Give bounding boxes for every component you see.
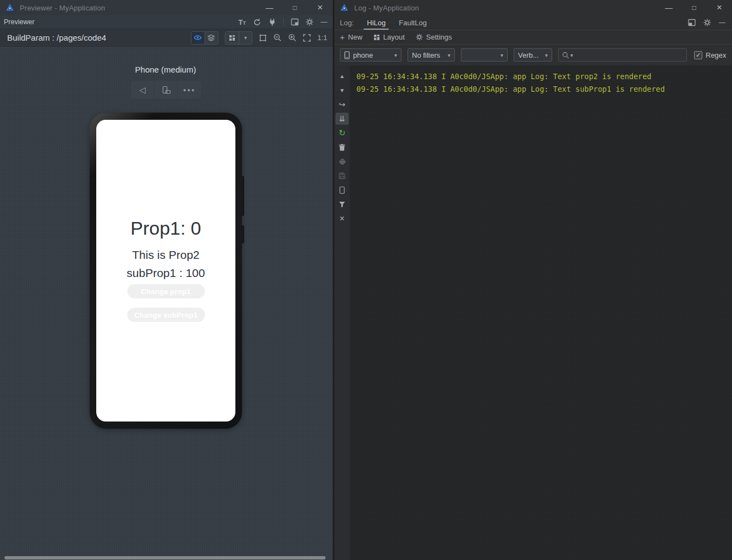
panel-layout-icon[interactable] [688,19,696,26]
search-input[interactable] [575,51,683,59]
buildparam-row: BuildParam : /pages/code4 [0,29,333,47]
more-options-button[interactable]: ●●● [177,81,201,99]
log-level-select[interactable]: Verb... ▾ [514,48,552,62]
ratio-1-1-button[interactable]: 1:1 [317,34,327,42]
regex-option[interactable]: ✓ Regex [694,51,727,59]
text-size-icon[interactable]: TT [239,19,246,26]
settings-gear-icon[interactable] [703,19,711,26]
preview-canvas: Phone (medium) ◁ ●●● Prop1: 0 This is Pr… [0,47,333,560]
save-log-icon[interactable] [335,169,349,183]
device-select[interactable]: phone ▾ [340,48,401,62]
regex-label: Regex [706,51,727,59]
search-icon [562,52,569,59]
refresh-icon[interactable] [253,18,261,26]
more-options-icon: ●●● [183,87,195,93]
grid-view-group: ▾ [225,31,252,45]
log-titlebar: Log - MyApplication — □ × [334,0,732,15]
new-session-button[interactable]: + New [340,33,362,41]
close-button[interactable]: × [707,0,732,15]
change-subprop1-button[interactable]: Change subProp1 [127,308,205,322]
window-title: Log - MyApplication [354,4,419,12]
close-button[interactable]: × [307,0,333,15]
caret-down-icon: ▾ [500,52,503,58]
phone-mockup: Prop1: 0 This is Prop2 subProp1 : 100 Ch… [90,113,242,429]
minimize-button[interactable]: — [656,0,681,15]
layout-button[interactable]: Layout [373,33,405,41]
device-screen-icon[interactable] [335,183,349,197]
rotate-device-button[interactable] [154,81,178,99]
minimize-button[interactable]: — [257,0,282,15]
caret-down-icon: ▾ [244,35,247,41]
window-controls: — □ × [656,0,732,15]
maximize-button[interactable]: □ [681,0,707,15]
log-window: Log - MyApplication — □ × Log: HiLog Fau… [333,0,732,560]
grid-view-icon[interactable] [225,32,239,44]
plug-icon[interactable] [268,18,276,26]
scroll-to-end-icon[interactable]: ⇊ [335,113,349,125]
window-controls: — □ × [257,0,333,15]
previewer-tab-label: Previewer [0,18,35,26]
toolbar-separator [283,18,284,26]
maximize-button[interactable]: □ [282,0,307,15]
horizontal-scrollbar[interactable] [4,556,326,559]
previewer-window: Previewer - MyApplication — □ × Previewe… [0,0,333,560]
caret-down-icon: ▾ [394,52,397,58]
filter-funnel-icon[interactable] [335,197,349,212]
log-tabs-row: Log: HiLog FaultLog — [334,15,732,30]
previewer-tab-row: Previewer TT [0,15,333,29]
tab-faultlog[interactable]: FaultLog [399,15,427,30]
filters-select[interactable]: No filters ▾ [408,48,455,62]
phone-power-button [241,225,244,243]
settings-button[interactable]: Settings [416,33,452,41]
panel-layout-icon[interactable] [291,18,299,26]
tab-hilog[interactable]: HiLog [367,15,386,30]
change-prop1-button[interactable]: Change prop1 [127,284,205,298]
zoom-out-icon[interactable] [273,34,282,42]
hide-panel-icon[interactable]: — [719,19,725,26]
log-search-box[interactable]: ▾ [558,48,687,62]
search-caret-icon: ▾ [570,52,573,58]
phone-screen: Prop1: 0 This is Prop2 subProp1 : 100 Ch… [96,120,235,422]
log-toolbar: + New Layout Settings [334,30,732,45]
zoom-in-icon[interactable] [288,34,296,42]
caret-down-icon: ▾ [545,52,548,58]
rotate-device-icon [161,86,171,95]
scroll-down-icon[interactable]: ▼ [335,83,349,97]
hide-panel-icon[interactable]: — [321,18,327,26]
log-label: Log: [334,19,354,27]
close-log-icon[interactable]: × [335,212,349,226]
device-label: Phone (medium) [82,65,249,74]
regex-checkbox[interactable]: ✓ [694,51,702,59]
clear-log-icon[interactable] [335,140,349,154]
phone-volume-button [241,176,244,216]
log-line: 09-25 16:34:34.138 I A0c0d0/JSApp: app L… [356,70,729,83]
prop2-text: This is Prop2 [96,248,235,262]
log-side-toolbar: ▲ ▼ ↪ ⇊ ↻ [334,65,350,560]
log-line: 09-25 16:34:34.138 I A0c0d0/JSApp: app L… [356,83,729,96]
subprop1-text: subProp1 : 100 [96,267,235,280]
frame-bounds-icon[interactable] [259,34,267,42]
deveco-logo-icon [340,3,349,12]
layers-icon[interactable] [205,32,218,44]
phone-device-icon [344,51,350,59]
device-nav-buttons: ◁ ●●● [131,81,201,99]
log-filter-row: phone ▾ No filters ▾ ▾ Verb... ▾ ▾ ✓ Re [334,45,732,65]
soft-wrap-icon[interactable]: ↪ [335,97,349,112]
log-body: ▲ ▼ ↪ ⇊ ↻ [334,65,732,560]
caret-down-icon: ▾ [448,52,450,58]
prop1-text: Prop1: 0 [96,218,235,239]
previewer-titlebar: Previewer - MyApplication — □ × [0,0,333,15]
fit-screen-icon[interactable] [303,34,311,42]
restart-icon[interactable]: ↻ [335,126,349,140]
process-select[interactable]: ▾ [461,48,508,62]
deveco-logo-icon [5,3,14,12]
scroll-up-icon[interactable]: ▲ [335,69,349,83]
eye-preview-icon[interactable] [191,32,205,44]
back-button[interactable]: ◁ [131,81,154,99]
settings-gear-icon[interactable] [306,18,313,26]
grid-caret-button[interactable]: ▾ [239,32,252,44]
settings-gear-icon [416,34,423,41]
log-output[interactable]: 09-25 16:34:34.138 I A0c0d0/JSApp: app L… [350,65,732,560]
window-title: Previewer - MyApplication [20,4,105,12]
print-icon[interactable] [335,154,349,169]
